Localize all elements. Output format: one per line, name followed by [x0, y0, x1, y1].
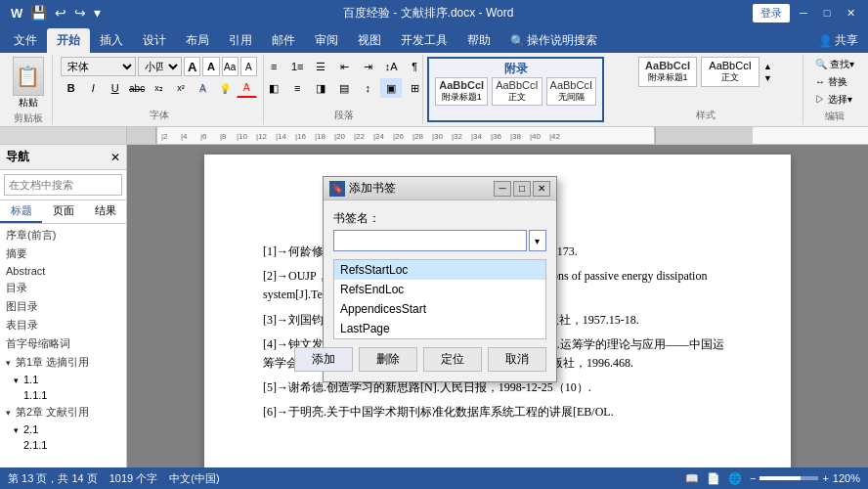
strikethrough-button[interactable]: abc	[126, 78, 147, 98]
bookmark-dropdown-btn[interactable]: ▾	[529, 230, 546, 251]
underline-button[interactable]: U	[105, 78, 125, 98]
nav-item-2-1[interactable]: ▾2.1	[2, 422, 124, 437]
align-center-btn[interactable]: ≡	[286, 78, 308, 98]
bookmark-item-4[interactable]: LastPage	[334, 319, 545, 338]
numbering-btn[interactable]: 1≡	[286, 57, 308, 76]
nav-tab-pages[interactable]: 页面	[42, 200, 84, 223]
replace-button[interactable]: ↔ 替换	[812, 74, 857, 90]
tab-layout[interactable]: 布局	[176, 28, 219, 53]
increase-indent-btn[interactable]: ⇥	[357, 57, 378, 76]
zoom-slider[interactable]	[760, 476, 818, 480]
justify-btn[interactable]: ▤	[333, 78, 355, 98]
font-color-btn[interactable]: A	[237, 78, 257, 98]
appendix-item-2[interactable]: AaBbCcI 正文	[492, 77, 542, 106]
paste-button[interactable]: 📋 粘贴	[13, 57, 44, 110]
nav-close-button[interactable]: ✕	[110, 151, 120, 164]
appendix-item-3[interactable]: AaBbCcI 无间隔	[546, 77, 596, 106]
dialog-minimize-btn[interactable]: ─	[494, 181, 511, 197]
tab-references[interactable]: 引用	[219, 28, 262, 53]
dialog-maximize-btn[interactable]: □	[513, 181, 531, 197]
tab-home[interactable]: 开始	[47, 28, 90, 53]
bullets-btn[interactable]: ≡	[263, 57, 284, 76]
align-right-btn[interactable]: ◨	[310, 78, 331, 98]
nav-item-tbl-list[interactable]: 表目录	[2, 316, 124, 334]
zoom-out-btn[interactable]: −	[750, 472, 756, 484]
style-item-1[interactable]: AaBbCcI 附录标题1	[638, 57, 697, 87]
nav-item-abbr[interactable]: 首字母缩略词	[2, 334, 124, 353]
customize-icon[interactable]: ▾	[91, 5, 104, 21]
redo-icon[interactable]: ↪	[71, 5, 89, 21]
tab-review[interactable]: 审阅	[305, 28, 348, 53]
nav-item-ch1[interactable]: ▾第1章 选摘引用	[2, 353, 124, 372]
style-item-2[interactable]: AaBbCcI 正文	[701, 57, 760, 87]
font-size-select[interactable]: 小四	[138, 57, 182, 76]
nav-item-1-1-1[interactable]: 1.1.1	[2, 387, 124, 403]
select-button[interactable]: ▷ 选择▾	[812, 92, 857, 108]
search-input[interactable]	[4, 174, 122, 196]
nav-item-abstract-cn[interactable]: 摘要	[2, 244, 124, 263]
nav-tab-headings[interactable]: 标题	[0, 200, 42, 223]
web-view-btn[interactable]: 🌐	[728, 472, 742, 485]
tab-search[interactable]: 🔍操作说明搜索	[500, 28, 607, 53]
tab-developer[interactable]: 开发工具	[391, 28, 457, 53]
font-face-select[interactable]: 宋体	[61, 57, 136, 76]
border-btn[interactable]: ⊞	[404, 78, 425, 98]
bookmark-item-1[interactable]: RefsStartLoc	[334, 260, 545, 280]
close-button[interactable]: ✕	[841, 4, 860, 22]
decrease-indent-btn[interactable]: ⇤	[333, 57, 355, 76]
font-case-btn[interactable]: Aa	[222, 57, 239, 76]
nav-item-1-1[interactable]: ▾1.1	[2, 372, 124, 387]
subscript-button[interactable]: x₂	[149, 78, 169, 98]
undo-icon[interactable]: ↩	[52, 5, 69, 21]
save-icon[interactable]: 💾	[27, 5, 50, 21]
find-button[interactable]: 🔍 查找▾	[812, 57, 857, 72]
text-effect-btn[interactable]: A	[193, 78, 213, 98]
add-bookmark-button[interactable]: 添加	[294, 347, 353, 372]
goto-bookmark-button[interactable]: 定位	[423, 347, 482, 372]
login-button[interactable]: 登录	[753, 4, 790, 22]
bookmark-item-2[interactable]: RefsEndLoc	[334, 280, 545, 299]
line-spacing-btn[interactable]: ↕	[357, 78, 378, 98]
italic-button[interactable]: I	[82, 78, 103, 98]
shading-btn[interactable]: ▣	[380, 78, 402, 98]
tab-help[interactable]: 帮助	[457, 28, 500, 53]
tab-design[interactable]: 设计	[133, 28, 176, 53]
tab-view[interactable]: 视图	[348, 28, 391, 53]
tab-insert[interactable]: 插入	[90, 28, 133, 53]
nav-item-ch2[interactable]: ▾第2章 文献引用	[2, 403, 124, 422]
bookmark-name-input[interactable]	[333, 230, 527, 251]
sort-btn[interactable]: ↕A	[380, 57, 402, 76]
dialog-titlebar[interactable]: 🔖 添加书签 ─ □ ✕	[324, 177, 556, 200]
dialog-close-btn[interactable]: ✕	[533, 181, 550, 197]
nav-item-abstract-en[interactable]: Abstract	[2, 263, 124, 279]
read-view-btn[interactable]: 📖	[685, 472, 699, 485]
styles-down-btn[interactable]: ▼	[763, 73, 772, 83]
nav-item-preface[interactable]: 序章(前言)	[2, 226, 124, 244]
minimize-button[interactable]: ─	[794, 4, 813, 22]
font-increase-btn[interactable]: A	[184, 57, 200, 76]
bold-button[interactable]: B	[61, 78, 81, 98]
nav-tab-results[interactable]: 结果	[84, 200, 126, 223]
nav-item-2-1-1[interactable]: 2.1.1	[2, 437, 124, 453]
nav-item-toc[interactable]: 目录	[2, 279, 124, 297]
bookmark-dialog[interactable]: 🔖 添加书签 ─ □ ✕ 书签名： ▾	[323, 176, 557, 382]
maximize-button[interactable]: □	[817, 4, 837, 22]
nav-item-fig-list[interactable]: 图目录	[2, 297, 124, 316]
multilevel-btn[interactable]: ☰	[310, 57, 331, 76]
delete-bookmark-button[interactable]: 删除	[359, 347, 417, 372]
zoom-in-btn[interactable]: +	[822, 472, 828, 484]
print-view-btn[interactable]: 📄	[707, 472, 720, 485]
align-left-btn[interactable]: ◧	[263, 78, 284, 98]
tab-mailings[interactable]: 邮件	[262, 28, 305, 53]
styles-up-btn[interactable]: ▲	[763, 62, 772, 71]
text-highlight-btn[interactable]: 💡	[214, 78, 235, 98]
tab-share[interactable]: 👤共享	[808, 28, 868, 53]
tab-file[interactable]: 文件	[4, 28, 47, 53]
cancel-dialog-button[interactable]: 取消	[488, 347, 546, 372]
superscript-button[interactable]: x²	[170, 78, 191, 98]
font-decrease-btn[interactable]: A	[202, 57, 219, 76]
appendix-item-1[interactable]: AaBbCcI 附录标题1	[435, 77, 488, 106]
bookmark-item-3[interactable]: AppendicesStart	[334, 299, 545, 319]
show-marks-btn[interactable]: ¶	[404, 57, 425, 76]
clear-format-btn[interactable]: A	[240, 57, 257, 76]
